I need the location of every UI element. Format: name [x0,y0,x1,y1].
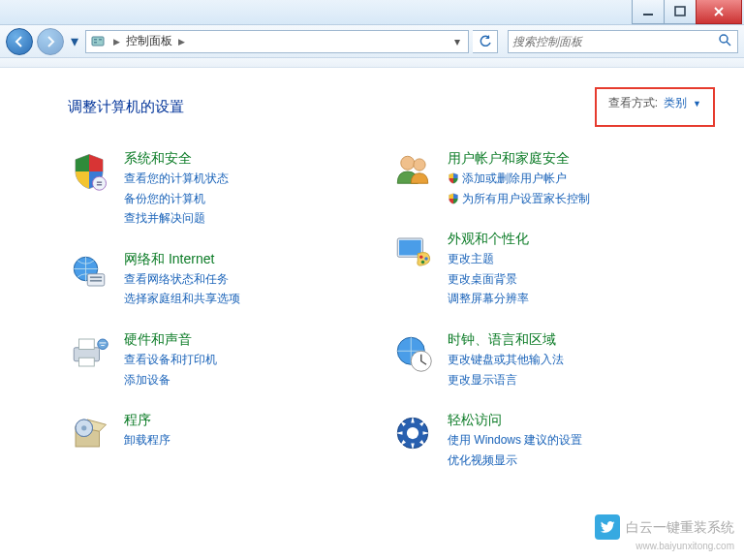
svg-point-7 [93,176,107,190]
category-title[interactable]: 轻松访问 [448,412,582,429]
category-tile: 系统和安全查看您的计算机状态备份您的计算机查找并解决问题 [68,150,391,228]
category-sublink[interactable]: 备份您的计算机 [124,190,229,208]
category-sublink[interactable]: 更改主题 [448,250,529,268]
view-label: 查看方式: [608,95,658,111]
shield-icon [68,150,110,193]
svg-point-31 [421,261,425,264]
category-title[interactable]: 用户帐户和家庭安全 [448,150,590,168]
printer-icon [68,331,110,374]
svg-point-35 [407,427,418,439]
navigation-bar: ▾ ▶ 控制面板 ▶ ▾ [0,25,744,58]
category-sublink[interactable]: 更改桌面背景 [448,270,529,289]
category-title[interactable]: 网络和 Internet [124,251,240,268]
category-sublink[interactable]: 查找并解决问题 [124,209,229,228]
svg-rect-16 [79,358,95,366]
category-sublink[interactable]: 查看您的计算机状态 [124,170,229,188]
breadcrumb-root[interactable]: 控制面板 [126,33,172,49]
svg-rect-1 [675,7,685,16]
category-sublink[interactable]: 添加或删除用户帐户 [448,170,590,188]
category-tile: 外观和个性化更改主题更改桌面背景调整屏幕分辨率 [391,231,715,308]
svg-rect-9 [97,184,102,185]
svg-rect-8 [97,182,102,183]
search-icon[interactable] [718,33,733,50]
category-tile: 轻松访问使用 Windows 建议的设置优化视频显示 [391,412,715,469]
svg-point-17 [98,339,108,350]
svg-rect-15 [79,339,95,350]
category-sublink[interactable]: 为所有用户设置家长控制 [448,190,590,208]
category-sublink[interactable]: 使用 Windows 建议的设置 [448,431,582,450]
globe-icon [68,251,110,294]
address-bar[interactable]: ▶ 控制面板 ▶ ▾ [85,30,469,53]
category-title[interactable]: 系统和安全 [124,150,229,168]
view-selector[interactable]: 查看方式: 类别 ▼ [595,87,715,127]
address-dropdown[interactable]: ▾ [450,35,464,48]
category-title[interactable]: 时钟、语言和区域 [448,331,564,349]
chevron-down-icon: ▼ [693,99,701,109]
minimize-button[interactable] [632,0,665,24]
watermark: 白云一键重装系统 www.baiyunxitong.com [595,514,734,552]
svg-rect-3 [94,39,97,41]
svg-rect-20 [101,345,105,346]
toolbar-strip [0,58,744,68]
category-sublink[interactable]: 添加设备 [124,371,217,389]
svg-rect-18 [100,342,104,343]
svg-point-26 [414,159,425,171]
close-button[interactable] [696,0,742,24]
back-button[interactable] [6,28,33,55]
category-tile: 硬件和声音查看设备和打印机添加设备 [68,331,391,389]
maximize-button[interactable] [664,0,697,24]
watermark-brand: 白云一键重装系统 [626,518,734,536]
control-panel-icon [90,34,108,49]
category-tile: 程序卸载程序 [68,412,391,454]
svg-rect-12 [90,276,102,278]
category-tile: 时钟、语言和区域更改键盘或其他输入法更改显示语言 [391,331,715,389]
category-title[interactable]: 程序 [124,412,170,429]
category-sublink[interactable]: 卸载程序 [124,431,170,450]
breadcrumb-separator: ▶ [108,37,126,47]
svg-point-24 [81,425,86,430]
category-sublink[interactable]: 优化视频显示 [448,451,582,470]
ease-icon [391,412,434,454]
svg-point-25 [401,156,415,170]
category-sublink[interactable]: 查看设备和打印机 [124,351,217,369]
content-area: 调整计算机的设置 查看方式: 类别 ▼ 系统和安全查看您的计算机状态备份您的计算… [0,68,744,502]
forward-button[interactable] [37,28,64,55]
svg-rect-4 [94,42,97,44]
svg-rect-13 [90,280,102,282]
title-bar [0,0,744,25]
page-title: 调整计算机的设置 [68,98,184,116]
svg-rect-5 [99,39,102,41]
category-sublink[interactable]: 选择家庭组和共享选项 [124,290,240,308]
category-title[interactable]: 硬件和声音 [124,331,217,349]
svg-point-30 [424,257,428,261]
category-sublink[interactable]: 查看网络状态和任务 [124,270,240,289]
svg-point-6 [720,35,728,43]
category-tile: 网络和 Internet查看网络状态和任务选择家庭组和共享选项 [68,251,391,308]
clock-icon [391,331,434,374]
search-input[interactable] [512,35,718,48]
view-value[interactable]: 类别 [664,95,687,111]
search-box[interactable] [508,30,738,53]
watermark-url: www.baiyunxitong.com [595,540,734,552]
history-dropdown[interactable]: ▾ [68,32,81,51]
svg-rect-19 [103,342,107,343]
svg-rect-2 [92,37,104,46]
category-sublink[interactable]: 更改显示语言 [448,371,564,389]
svg-point-29 [419,256,423,260]
palette-icon [391,231,434,273]
category-title[interactable]: 外观和个性化 [448,231,529,248]
users-icon [391,150,434,193]
breadcrumb-separator: ▶ [172,37,191,47]
svg-rect-0 [643,14,653,16]
watermark-logo-icon [595,514,620,540]
category-sublink[interactable]: 更改键盘或其他输入法 [448,351,564,369]
category-sublink[interactable]: 调整屏幕分辨率 [448,290,529,308]
refresh-button[interactable] [473,30,498,53]
category-tile: 用户帐户和家庭安全添加或删除用户帐户为所有用户设置家长控制 [391,150,715,207]
box-icon [68,412,110,454]
svg-rect-28 [399,240,421,256]
